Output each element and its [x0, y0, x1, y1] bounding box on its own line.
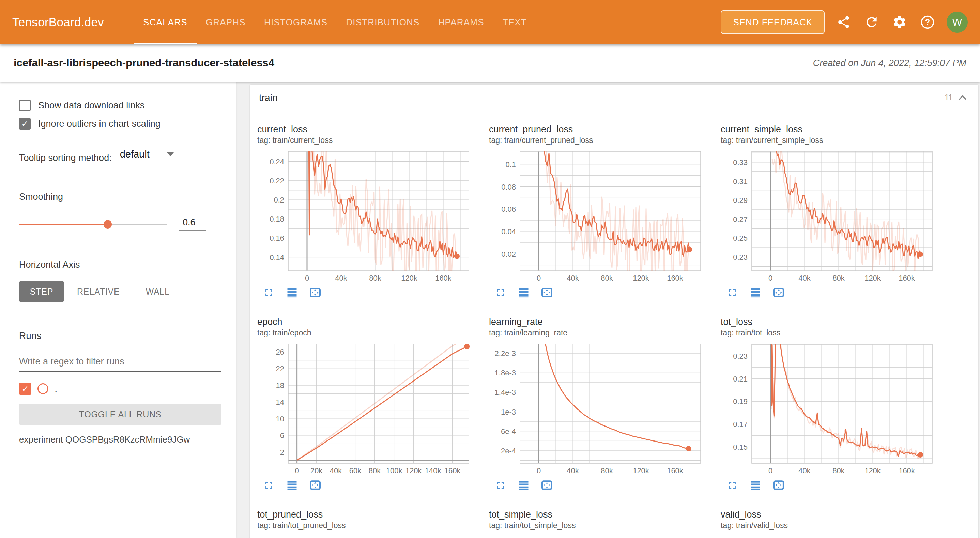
svg-text:0.27: 0.27 — [733, 215, 748, 224]
chart-plot[interactable]: 020k40k60k80k100k120k140k160k26101418222… — [257, 342, 482, 476]
svg-text:160k: 160k — [667, 274, 684, 282]
svg-text:120k: 120k — [633, 466, 649, 475]
app: TensorBoard.dev SCALARSGRAPHSHISTOGRAMSD… — [0, 0, 980, 538]
tab-hparams[interactable]: HPARAMS — [429, 0, 493, 44]
data-table-icon[interactable] — [516, 478, 531, 493]
fullscreen-icon[interactable] — [493, 478, 508, 493]
data-table-icon[interactable] — [516, 285, 531, 300]
settings-icon[interactable] — [891, 13, 908, 31]
train-section-header[interactable]: train 11 — [250, 85, 978, 111]
fullscreen-icon[interactable] — [261, 285, 276, 300]
tab-graphs[interactable]: GRAPHS — [197, 0, 255, 44]
chart-tag: tag: train/current_simple_loss — [721, 135, 952, 145]
data-table-icon[interactable] — [748, 285, 763, 300]
svg-text:140k: 140k — [425, 466, 442, 475]
chart-toolbar — [261, 285, 489, 300]
data-table-icon[interactable] — [285, 285, 299, 300]
settings-sidebar: Show data download links ✓ Ignore outlie… — [0, 82, 236, 538]
run-row: ✓ . — [19, 383, 222, 395]
chart-tag: tag: train/current_loss — [257, 135, 489, 145]
fit-domain-icon[interactable] — [539, 285, 554, 300]
chart-tag: tag: train/tot_pruned_loss — [257, 520, 489, 530]
chart-card: current_simple_losstag: train/current_si… — [721, 123, 952, 316]
content: Show data download links ✓ Ignore outlie… — [0, 82, 980, 538]
tab-histograms[interactable]: HISTOGRAMS — [255, 0, 337, 44]
svg-text:?: ? — [925, 18, 930, 27]
fullscreen-icon[interactable] — [493, 285, 508, 300]
svg-text:18: 18 — [276, 381, 284, 390]
run-color-swatch[interactable] — [38, 383, 48, 394]
axis-relative-button[interactable]: RELATIVE — [64, 287, 132, 297]
svg-text:0.17: 0.17 — [733, 420, 748, 429]
scalars-card: train 11 current_losstag: train/current_… — [250, 85, 978, 538]
share-icon[interactable] — [835, 13, 853, 31]
svg-text:0: 0 — [295, 466, 299, 475]
fit-domain-icon[interactable] — [771, 478, 786, 493]
slider-thumb[interactable] — [103, 220, 112, 229]
chart-plot[interactable]: 040k80k120k160k2e-46e-41e-31.4e-31.8e-32… — [489, 342, 714, 476]
fullscreen-icon[interactable] — [725, 285, 740, 300]
help-icon[interactable]: ? — [919, 13, 936, 31]
chart-count-badge: 11 — [945, 93, 953, 102]
runs-label: Runs — [19, 330, 222, 341]
svg-text:80k: 80k — [369, 466, 381, 475]
chart-plot[interactable]: 040k80k120k160k0.230.250.270.290.310.33 — [721, 149, 946, 283]
show-download-links-checkbox[interactable]: Show data download links — [19, 99, 222, 111]
runs-filter-input[interactable] — [19, 356, 221, 372]
tooltip-sorting-label: Tooltip sorting method: — [19, 153, 112, 163]
chart-card: current_pruned_losstag: train/current_pr… — [489, 123, 721, 316]
fullscreen-icon[interactable] — [725, 478, 740, 493]
avatar[interactable]: W — [947, 11, 968, 33]
svg-text:2e-4: 2e-4 — [501, 447, 516, 455]
chart-toolbar — [493, 285, 721, 300]
data-table-icon[interactable] — [285, 478, 299, 493]
ignore-outliers-checkbox[interactable]: ✓ Ignore outliers in chart scaling — [19, 118, 222, 129]
tab-scalars[interactable]: SCALARS — [134, 0, 197, 44]
section-title: train — [259, 93, 277, 103]
smoothing-slider[interactable] — [19, 224, 167, 225]
svg-text:0.06: 0.06 — [501, 205, 516, 214]
fit-domain-icon[interactable] — [308, 285, 323, 300]
run-checkbox[interactable]: ✓ — [19, 383, 31, 395]
svg-text:120k: 120k — [864, 274, 881, 282]
charts-grid: current_losstag: train/current_loss040k8… — [257, 123, 952, 538]
svg-text:80k: 80k — [832, 466, 845, 475]
refresh-icon[interactable] — [863, 13, 880, 31]
chevron-up-icon[interactable] — [958, 93, 968, 103]
svg-text:6: 6 — [280, 431, 284, 440]
axis-wall-button[interactable]: WALL — [132, 287, 182, 297]
chart-plot[interactable]: 040k80k120k160k0.020.040.060.080.1 — [489, 149, 714, 283]
chart-card: valid_losstag: train/valid_loss — [721, 509, 952, 538]
svg-text:0: 0 — [537, 274, 541, 282]
fit-domain-icon[interactable] — [308, 478, 323, 493]
svg-text:40k: 40k — [567, 274, 579, 282]
chart-title: current_simple_loss — [721, 123, 952, 135]
tab-text[interactable]: TEXT — [493, 0, 536, 44]
fullscreen-icon[interactable] — [261, 478, 276, 493]
fit-domain-icon[interactable] — [771, 285, 786, 300]
svg-text:60k: 60k — [349, 466, 361, 475]
horizontal-axis-label: Horizontal Axis — [19, 259, 222, 270]
data-table-icon[interactable] — [748, 478, 763, 493]
smoothing-value[interactable]: 0.6 — [179, 217, 207, 231]
svg-text:0.23: 0.23 — [733, 253, 748, 262]
chart-plot[interactable]: 040k80k120k160k0.150.170.190.210.23 — [721, 342, 946, 476]
tab-distributions[interactable]: DISTRIBUTIONS — [337, 0, 429, 44]
svg-text:0.33: 0.33 — [733, 158, 748, 167]
chart-card: tot_losstag: train/tot_loss040k80k120k16… — [721, 316, 952, 509]
chart-title: current_loss — [257, 123, 489, 135]
axis-step-button[interactable]: STEP — [19, 281, 64, 302]
chevron-down-icon — [167, 152, 174, 156]
chart-toolbar — [493, 478, 721, 493]
svg-text:0.15: 0.15 — [733, 443, 748, 452]
svg-text:1.4e-3: 1.4e-3 — [495, 388, 516, 396]
svg-text:6e-4: 6e-4 — [501, 427, 516, 436]
chart-plot[interactable]: 040k80k120k160k0.140.160.180.20.220.24 — [257, 149, 482, 283]
send-feedback-button[interactable]: SEND FEEDBACK — [721, 10, 825, 34]
toggle-all-runs-button[interactable]: TOGGLE ALL RUNS — [19, 404, 221, 425]
fit-domain-icon[interactable] — [539, 478, 554, 493]
checkbox-label: Ignore outliers in chart scaling — [38, 119, 161, 129]
svg-text:0.02: 0.02 — [501, 250, 516, 259]
svg-text:40k: 40k — [799, 466, 811, 475]
tooltip-sorting-select[interactable]: default — [118, 148, 176, 163]
